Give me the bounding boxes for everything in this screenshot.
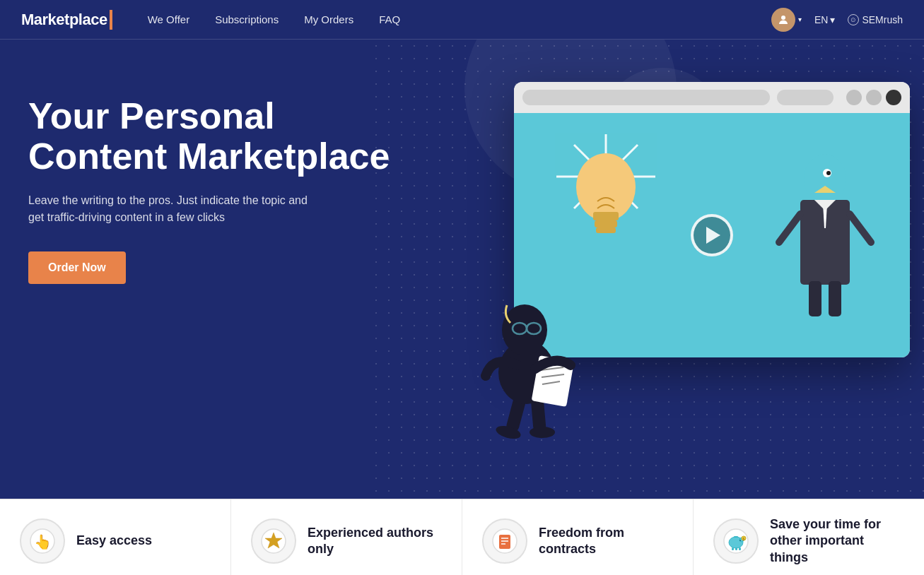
svg-rect-50	[732, 547, 734, 550]
hero-title: Your Personal Content Marketplace	[28, 96, 396, 177]
language-selector[interactable]: EN ▾	[814, 14, 835, 25]
hero-section: Your Personal Content Marketplace Leave …	[0, 40, 924, 499]
browser-controls	[846, 90, 901, 105]
browser-circle-3	[886, 90, 901, 105]
hero-subtitle: Leave the writing to the pros. Just indi…	[28, 192, 325, 226]
play-button[interactable]	[691, 214, 733, 256]
hero-illustration	[415, 40, 924, 499]
nav-item-faq[interactable]: FAQ	[379, 13, 400, 25]
svg-rect-20	[829, 281, 841, 316]
experienced-authors-icon	[251, 518, 296, 564]
lang-label: EN	[814, 14, 828, 25]
feature-save-time: $ Save your time for other important thi…	[694, 499, 924, 575]
save-time-label: Save your time for other important thing…	[770, 516, 904, 566]
svg-rect-11	[596, 227, 616, 233]
svg-point-13	[804, 154, 846, 203]
nav-item-we-offer[interactable]: We Offer	[148, 13, 189, 25]
svg-point-8	[576, 153, 636, 221]
svg-rect-51	[735, 547, 737, 550]
avatar	[771, 8, 795, 32]
feature-freedom-contracts: Freedom from contracts	[462, 499, 694, 575]
browser-circle-1	[846, 90, 862, 105]
hero-content: Your Personal Content Marketplace Leave …	[28, 82, 396, 284]
order-now-button[interactable]: Order Now	[28, 251, 126, 284]
svg-rect-52	[739, 547, 741, 550]
browser-toolbar	[514, 82, 910, 113]
save-time-icon: $	[713, 518, 759, 564]
svg-rect-19	[809, 281, 821, 316]
lang-chevron-icon: ▾	[830, 14, 835, 25]
play-icon	[706, 227, 720, 244]
logo-text: Marketplace	[21, 11, 107, 29]
svg-rect-9	[593, 212, 619, 220]
svg-point-49	[739, 540, 741, 541]
feature-experienced-authors: Experienced authors only	[231, 499, 462, 575]
nav-right: ▾ EN ▾ ⊙ SEMrush	[771, 8, 903, 32]
easy-access-label: Easy access	[76, 533, 152, 549]
experienced-authors-label: Experienced authors only	[308, 525, 442, 558]
svg-rect-41	[499, 535, 510, 549]
svg-text:👆: 👆	[34, 533, 52, 550]
features-strip: 👆 Easy access Experienced authors only	[0, 499, 924, 575]
nav-links: We Offer Subscriptions My Orders FAQ	[148, 13, 771, 25]
semrush-link[interactable]: ⊙ SEMrush	[848, 14, 903, 25]
svg-point-0	[781, 16, 785, 20]
browser-url-bar-2	[777, 90, 834, 105]
user-menu-button[interactable]: ▾	[771, 8, 802, 32]
nav-item-my-orders[interactable]: My Orders	[304, 13, 353, 25]
svg-point-26	[530, 427, 555, 438]
nav-item-subscriptions[interactable]: Subscriptions	[215, 13, 279, 25]
svg-text:$: $	[743, 537, 745, 541]
svg-line-17	[779, 214, 800, 242]
browser-circle-2	[866, 90, 882, 105]
character-in-browser	[754, 113, 896, 357]
freedom-contracts-label: Freedom from contracts	[539, 525, 673, 558]
svg-rect-48	[734, 536, 738, 538]
svg-rect-10	[595, 220, 617, 227]
svg-point-16	[826, 171, 831, 175]
semrush-label: SEMrush	[862, 14, 903, 25]
logo-bar	[110, 10, 112, 30]
svg-line-18	[850, 214, 871, 242]
feature-easy-access: 👆 Easy access	[0, 499, 231, 575]
hero-character	[472, 256, 585, 456]
browser-url-bar	[522, 90, 770, 105]
chevron-down-icon: ▾	[798, 16, 802, 23]
freedom-contracts-icon	[482, 518, 527, 564]
logo[interactable]: Marketplace	[21, 10, 112, 30]
semrush-icon: ⊙	[848, 14, 859, 25]
easy-access-icon: 👆	[20, 518, 65, 564]
navbar: Marketplace We Offer Subscriptions My Or…	[0, 0, 924, 40]
